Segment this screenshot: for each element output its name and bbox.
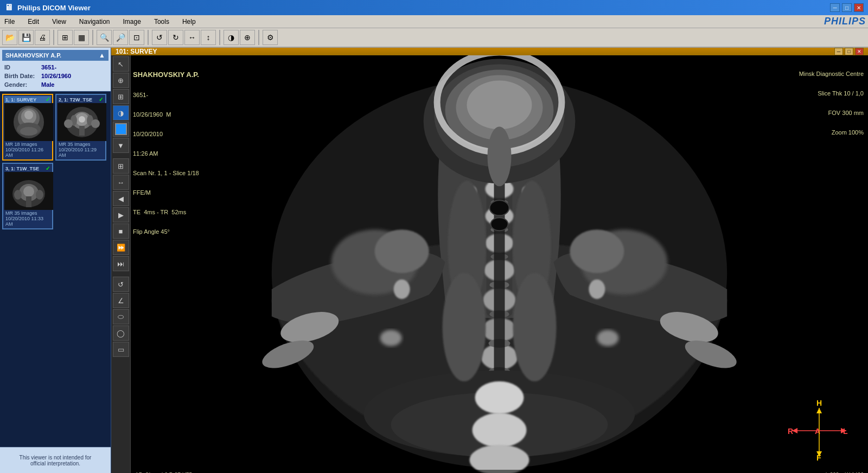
patient-gender-row: Gender: Male — [2, 80, 108, 89]
toolbar-print[interactable]: 🖨 — [35, 30, 50, 45]
app-title: Philips DICOM Viewer — [17, 4, 91, 12]
series-3-label: 3, 1: T1W_TSE — [5, 166, 39, 171]
viewer-minimize[interactable]: ─ — [834, 48, 843, 55]
toolbar-flip-v[interactable]: ↕ — [201, 30, 216, 45]
menu-file[interactable]: File — [2, 17, 17, 27]
notice-line2: official interpretation. — [20, 461, 92, 466]
series-1-info: MR 18 Images 10/20/2010 11:26 AM — [4, 141, 51, 158]
minimize-button[interactable]: ─ — [830, 3, 840, 12]
series-1-check: ✓ — [46, 97, 50, 103]
menu-view[interactable]: View — [50, 17, 68, 27]
ellipse-roi-btn[interactable]: ⬭ — [113, 309, 129, 324]
series-2-header: 2, 1: T2W_TSE ✓ — [58, 96, 104, 103]
svg-point-77 — [394, 279, 410, 299]
svg-point-79 — [380, 330, 402, 346]
stop-btn[interactable]: ■ — [113, 223, 129, 239]
series-3-header: 3, 1: T1W_TSE ✓ — [4, 165, 51, 172]
svg-point-55 — [467, 80, 532, 129]
philips-brand: PHILIPS — [824, 16, 866, 27]
toolbar-settings[interactable]: ⚙ — [263, 30, 278, 45]
select-tool-btn[interactable]: ↖ — [113, 56, 129, 72]
angle-tool-btn[interactable]: ∠ — [113, 293, 129, 308]
series-3-thumb — [4, 172, 53, 210]
rect-roi-btn[interactable]: ▭ — [113, 342, 129, 357]
viewer-titlebar: 101: SURVEY ─ □ ✕ — [111, 48, 868, 55]
viewer-close[interactable]: ✕ — [855, 48, 864, 55]
svg-point-6 — [20, 127, 37, 136]
series-1-thumb — [4, 103, 53, 141]
svg-point-11 — [79, 116, 85, 123]
series-1-header: 1, 1: SURVEY ✓ — [4, 96, 51, 103]
series-item-3[interactable]: 3, 1: T1W_TSE ✓ — [2, 163, 53, 229]
series-item-2[interactable]: 2, 1: T2W_TSE ✓ — [55, 94, 106, 161]
patient-birthdate-row: Birth Date: 10/26/1960 — [2, 72, 108, 80]
toolbar: 📂 💾 🖨 ⊞ ▦ 🔍 🔎 ⊡ ↺ ↻ ↔ ↕ ◑ ⊕ ⚙ — [0, 28, 868, 48]
toolbar-open[interactable]: 📂 — [2, 30, 17, 45]
color-square-btn[interactable] — [113, 122, 129, 137]
svg-point-80 — [597, 330, 618, 346]
collapse-icon[interactable]: ▲ — [99, 52, 105, 59]
image-area[interactable]: SHAKHOVSKIY A.P. 3651- 10/26/1960 M 10/2… — [131, 55, 868, 473]
toolbar-wl[interactable]: ◑ — [224, 30, 239, 45]
svg-point-57 — [488, 126, 512, 186]
series-3-info: MR 35 Images 10/20/2010 11:33 AM — [4, 210, 51, 227]
series-container: 1, 1: SURVEY ✓ — [0, 92, 111, 447]
svg-point-67 — [490, 200, 509, 215]
title-bar-left: 🖥 Philips DICOM Viewer — [4, 3, 91, 12]
series-item-1[interactable]: 1, 1: SURVEY ✓ — [2, 94, 53, 161]
fwd2-btn[interactable]: ⏭ — [113, 256, 129, 271]
patient-id-value: 3651- — [41, 64, 56, 71]
toolbar-flip-h[interactable]: ↔ — [184, 30, 200, 45]
toolbar-rotate-right[interactable]: ↻ — [168, 30, 183, 45]
menu-edit[interactable]: Edit — [25, 17, 41, 27]
move-tool-btn[interactable]: ↔ — [113, 175, 129, 190]
freehand-roi-btn[interactable]: ◯ — [113, 325, 129, 341]
close-button[interactable]: ✕ — [854, 3, 864, 12]
patient-header: SHAKHOVSKIY A.P. ▲ — [2, 50, 108, 61]
grid-tool-btn[interactable]: ⊞ — [113, 158, 129, 174]
menu-navigation[interactable]: Navigation — [77, 17, 112, 27]
play-btn[interactable]: ▶ — [113, 207, 129, 222]
localizer-tool-btn[interactable]: ⊞ — [113, 89, 129, 104]
toolbar-save[interactable]: 💾 — [18, 30, 34, 45]
toolbar-measure[interactable]: ⊕ — [240, 30, 255, 45]
svg-point-23 — [36, 190, 43, 200]
viewer-maximize[interactable]: □ — [845, 48, 853, 55]
svg-point-76 — [513, 273, 556, 381]
svg-point-60 — [475, 381, 524, 414]
menu-help[interactable]: Help — [180, 17, 198, 27]
svg-point-61 — [473, 413, 527, 448]
toolbar-zoom-in[interactable]: 🔍 — [97, 30, 112, 45]
toolbar-layout2[interactable]: ▦ — [74, 30, 89, 45]
menu-tools[interactable]: Tools — [152, 17, 171, 27]
patient-name: SHAKHOVSKIY A.P. — [5, 52, 61, 59]
mri-image — [131, 55, 868, 473]
series-2-check: ✓ — [99, 97, 103, 103]
series-2-label: 2, 1: T2W_TSE — [59, 97, 92, 103]
color-dropdown-btn[interactable]: ▼ — [113, 138, 129, 153]
fwd-btn[interactable]: ⏩ — [113, 240, 129, 255]
series-3-check: ✓ — [46, 165, 50, 171]
viewer-title-controls: ─ □ ✕ — [834, 48, 864, 55]
invert-tool-btn[interactable]: ◑ — [113, 105, 129, 120]
patient-id-label: ID — [4, 64, 41, 71]
svg-point-20 — [23, 186, 34, 197]
svg-point-4 — [24, 111, 33, 119]
toolbar-zoom-out[interactable]: 🔎 — [113, 30, 128, 45]
patient-birthdate-value: 10/26/1960 — [41, 73, 71, 79]
toolbar-rotate-left[interactable]: ↺ — [152, 30, 167, 45]
series-2-info: MR 35 Images 10/20/2010 11:29 AM — [58, 141, 104, 158]
crosshair-tool-btn[interactable]: ⊕ — [113, 73, 129, 88]
toolbar-fit[interactable]: ⊡ — [129, 30, 144, 45]
toolbar-layout1[interactable]: ⊞ — [58, 30, 73, 45]
scroll-prev-btn[interactable]: ◀ — [113, 191, 129, 206]
series-row-2: 3, 1: T1W_TSE ✓ — [2, 163, 108, 229]
svg-rect-21 — [26, 196, 31, 207]
menu-bar: File Edit View Navigation Image Tools He… — [0, 15, 868, 28]
series-1-label: 1, 1: SURVEY — [5, 97, 36, 103]
maximize-button[interactable]: □ — [842, 3, 852, 12]
menu-image[interactable]: Image — [121, 17, 143, 27]
tools-panel: ↖ ⊕ ⊞ ◑ ▼ ⊞ ↔ ◀ ▶ ■ ⏩ ⏭ ↺ ∠ ⬭ ◯ ▭ — [111, 55, 131, 473]
image-statusbar: AP -3° L0 P-27 H75 L 303 W 1400 — [131, 470, 868, 473]
loop-btn[interactable]: ↺ — [113, 277, 129, 292]
